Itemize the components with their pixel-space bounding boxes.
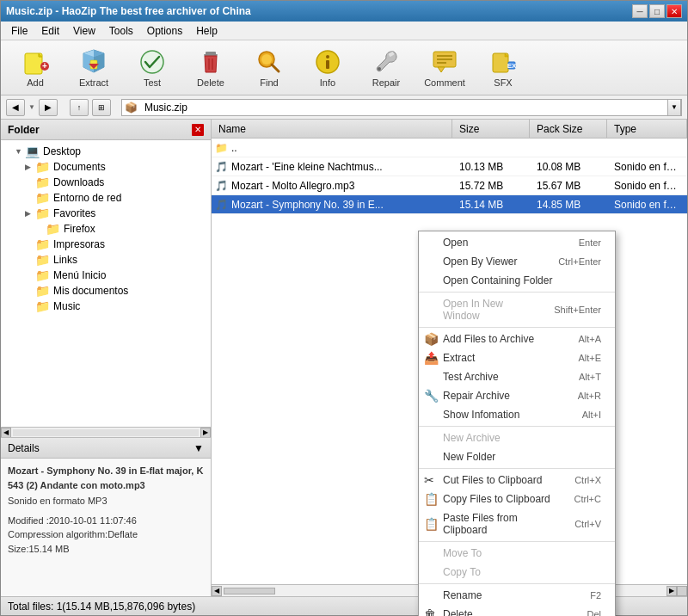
copy-icon: 📋 [424, 492, 439, 506]
file-size: 15.14 MB [452, 199, 530, 211]
maximize-button[interactable]: □ [649, 4, 665, 18]
ctx-open[interactable]: Open Enter [419, 233, 615, 252]
ctx-copy[interactable]: 📋 Copy Files to Clipboard Ctrl+C [419, 490, 615, 508]
file-name: .. [231, 142, 237, 154]
tree-item-firefox[interactable]: 📁 Firefox [1, 221, 211, 237]
tree-item-impresoras[interactable]: 📁 Impresoras [1, 237, 211, 252]
file-pack: 15.67 MB [530, 180, 607, 192]
menu-edit[interactable]: Edit [34, 23, 66, 39]
test-label: Test [144, 77, 161, 88]
file-name: Mozart - Symphony No. 39 in E... [231, 199, 384, 211]
toolbar-test-button[interactable]: Test [125, 44, 180, 92]
toolbar-info-button[interactable]: Info [300, 44, 355, 92]
tree-item-entorno[interactable]: 📁 Entorno de red [1, 190, 211, 206]
ctx-test[interactable]: Test Archive Alt+T [419, 367, 615, 386]
ctx-open-folder[interactable]: Open Containing Folder [419, 271, 615, 290]
toolbar-find-button[interactable]: Find [242, 44, 297, 92]
tree-label: Impresoras [53, 238, 105, 250]
col-header-type[interactable]: Type [607, 120, 687, 138]
menu-help[interactable]: Help [189, 23, 224, 39]
file-row-1[interactable]: 🎵 Mozart - 'Eine kleine Nachtmus... 10.1… [212, 157, 687, 176]
toolbar-repair-button[interactable]: Repair [359, 44, 414, 92]
col-header-name[interactable]: Name [212, 120, 452, 138]
folder-icon: 💻 [25, 145, 40, 158]
file-type: Sonido en format [607, 161, 687, 173]
file-list-header: Name Size Pack Size Type [212, 120, 687, 139]
menu-options[interactable]: Options [140, 23, 189, 39]
ctx-show-info[interactable]: Show Infomation Alt+I [419, 405, 615, 424]
close-button[interactable]: ✕ [666, 4, 682, 18]
folder-icon: 📁 [35, 284, 50, 298]
folder-panel-close[interactable]: ✕ [192, 124, 204, 136]
ctx-move-to[interactable]: Move To [419, 544, 615, 563]
details-header[interactable]: Details ▼ [1, 438, 211, 459]
folder-icon: 📁 [35, 253, 50, 267]
tree-item-links[interactable]: 📁 Links [1, 252, 211, 268]
toolbar-sfx-button[interactable]: EX SFX [476, 44, 531, 92]
ctx-extract[interactable]: 📤 Extract Alt+E [419, 348, 615, 367]
col-header-size[interactable]: Size [452, 120, 530, 138]
ctx-copy-to[interactable]: Copy To [419, 563, 615, 582]
ctx-cut[interactable]: ✂ Cut Files to Clipboard Ctrl+X [419, 471, 615, 490]
file-row-2[interactable]: 🎵 Mozart - Molto Allegro.mp3 15.72 MB 15… [212, 176, 687, 195]
sfx-label: SFX [494, 77, 512, 88]
minimize-button[interactable]: ─ [632, 4, 648, 18]
details-line-0: Mozart - Symphony No. 39 in E-flat major… [8, 464, 204, 492]
ctx-repair[interactable]: 🔧 Repair Archive Alt+R [419, 386, 615, 405]
toolbar-add-button[interactable]: + Add [8, 44, 63, 92]
ctx-repair-icon: 🔧 [424, 389, 439, 403]
svg-point-19 [378, 67, 381, 71]
file-row-3[interactable]: 🎵 Mozart - Symphony No. 39 in E... 15.14… [212, 195, 687, 214]
scroll-right-btn[interactable]: ▶ [200, 428, 211, 438]
back-button[interactable]: ◀ [6, 99, 25, 116]
expand-icon [25, 194, 35, 202]
ctx-sep-4 [419, 468, 615, 469]
tree-item-favorites[interactable]: ▶ 📁 Favorites [1, 206, 211, 221]
tree-label: Documents [53, 161, 106, 173]
col-header-pack[interactable]: Pack Size [530, 120, 607, 138]
ctx-open-viewer[interactable]: Open By Viewer Ctrl+Enter [419, 252, 615, 271]
expand-icon: ▼ [15, 147, 25, 156]
test-icon [138, 48, 166, 76]
address-input[interactable] [139, 100, 667, 115]
ctx-new-archive[interactable]: New Archive [419, 428, 615, 447]
menu-tools[interactable]: Tools [102, 23, 140, 39]
expand-icon: ▶ [25, 163, 35, 171]
details-line-1: Sonido en formato MP3 [8, 494, 204, 508]
ctx-delete[interactable]: 🗑 Delete Del [419, 605, 615, 616]
ctx-add-archive[interactable]: 📦 Add Files to Archive Alt+A [419, 330, 615, 348]
tree-item-downloads[interactable]: 📁 Downloads [1, 175, 211, 190]
back-dropdown[interactable]: ▼ [28, 103, 35, 111]
file-type: Sonido en format [607, 180, 687, 192]
scroll-left-btn[interactable]: ◀ [1, 428, 11, 438]
toolbar-extract-button[interactable]: Extract [66, 44, 121, 92]
hscroll-left-btn[interactable]: ◀ [212, 586, 222, 596]
ctx-open-new[interactable]: Open In New Window Shift+Enter [419, 294, 615, 325]
file-size: 15.72 MB [452, 180, 530, 192]
file-row-parent[interactable]: 📁 .. [212, 139, 687, 157]
folder-icon: 📁 [35, 237, 50, 251]
expand-icon [25, 256, 35, 264]
menu-file[interactable]: File [4, 23, 34, 39]
toolbar-delete-button[interactable]: Delete [183, 44, 238, 92]
tree-label: Downloads [53, 176, 104, 188]
view-button[interactable]: ⊞ [92, 99, 111, 116]
expand-icon [35, 225, 46, 233]
window-controls: ─ □ ✕ [632, 4, 682, 18]
window-title: Music.zip - HaoZip The best free archive… [6, 5, 251, 17]
tree-item-menu-inicio[interactable]: 📁 Menú Inicio [1, 268, 211, 283]
menu-view[interactable]: View [66, 23, 102, 39]
toolbar-comment-button[interactable]: Comment [417, 44, 472, 92]
hscroll-thumb[interactable] [224, 588, 275, 594]
hscroll-right-btn[interactable]: ▶ [666, 586, 677, 596]
tree-item-desktop[interactable]: ▼ 💻 Desktop [1, 144, 211, 159]
address-dropdown-button[interactable]: ▼ [667, 99, 681, 116]
tree-item-documents[interactable]: ▶ 📁 Documents [1, 159, 211, 175]
forward-button[interactable]: ▶ [39, 99, 58, 116]
ctx-rename[interactable]: Rename F2 [419, 586, 615, 605]
up-button[interactable]: ↑ [70, 99, 89, 116]
tree-item-mis-docs[interactable]: 📁 Mis documentos [1, 283, 211, 299]
tree-item-music[interactable]: 📁 Music [1, 299, 211, 314]
ctx-paste[interactable]: 📋 Paste Files from Clipboard Ctrl+V [419, 508, 615, 539]
ctx-new-folder[interactable]: New Folder [419, 447, 615, 466]
